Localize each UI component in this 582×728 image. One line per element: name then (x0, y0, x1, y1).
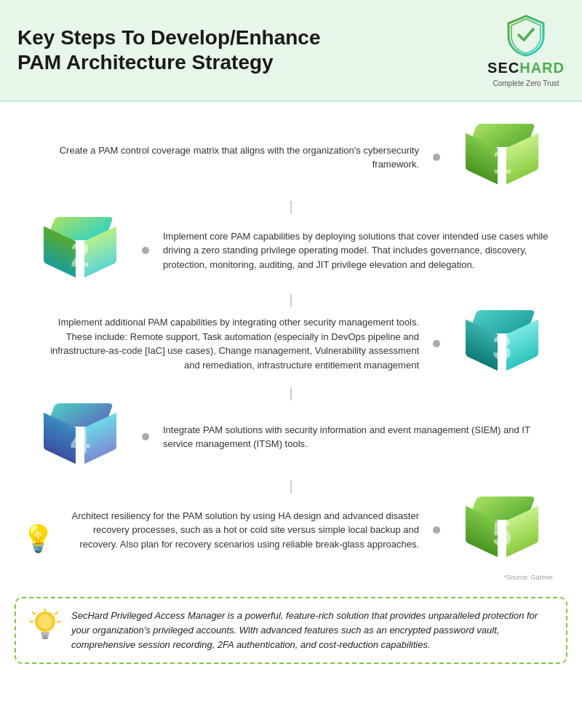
step-row-5: 💡 Architect resiliency for the PAM solut… (22, 494, 560, 566)
svg-rect-2 (41, 632, 49, 635)
dot-1 (433, 154, 440, 161)
step-3-cube: 3 (444, 307, 560, 380)
step-row-3: Implement additional PAM capabilities by… (22, 307, 560, 380)
vline-4 (22, 480, 560, 494)
step-2-text: Implement core PAM capabilities by deplo… (153, 223, 560, 278)
step-row-4: Integrate PAM solutions with security in… (22, 400, 560, 473)
logo-hard: HARD (519, 60, 565, 76)
svg-line-6 (33, 612, 35, 614)
logo-name: SECHARD (487, 60, 565, 76)
connector-3 (429, 340, 444, 347)
step-5-number: 5 (466, 514, 538, 554)
cube-5-inner: 5 (466, 494, 538, 566)
step-2-cube: 2 (22, 214, 138, 287)
logo-sec: SEC (487, 60, 519, 76)
step-1-text: Create a PAM control coverage matrix tha… (22, 138, 429, 178)
dot-5 (433, 526, 440, 534)
step-3-number: 3 (466, 328, 538, 368)
lightbulb-svg (29, 609, 61, 648)
step-2-number: 2 (44, 234, 116, 274)
svg-rect-3 (41, 635, 49, 637)
connector-2 (138, 247, 153, 254)
dot-4 (142, 433, 149, 440)
step-4-number: 4 (44, 421, 116, 461)
steps-container: Create a PAM control coverage matrix tha… (0, 102, 582, 593)
lightbulb-icon (29, 609, 61, 652)
cube-3-inner: 3 (466, 307, 538, 380)
cube-2-inner: 2 (44, 214, 116, 287)
step-3-text: Implement additional PAM capabilities by… (22, 309, 429, 378)
logo-area: SECHARD Complete Zero Trust (487, 13, 565, 87)
step-4-cube: 4 (22, 400, 138, 473)
dot-2 (142, 247, 149, 254)
vline-2 (22, 294, 560, 307)
connector-5 (429, 526, 444, 534)
step-5-text-wrap: 💡 Architect resiliency for the PAM solut… (22, 503, 429, 558)
step-4-text: Integrate PAM solutions with security in… (153, 417, 560, 457)
lightbulb-side-icon: 💡 (22, 523, 55, 557)
connector-1 (429, 154, 444, 161)
svg-line-7 (55, 612, 57, 614)
cube-4-inner: 4 (44, 400, 116, 473)
dot-3 (433, 340, 440, 347)
vline-3 (22, 387, 560, 400)
svg-rect-4 (42, 637, 48, 639)
logo-subtitle: Complete Zero Trust (493, 79, 559, 87)
logo-shield-icon (504, 13, 548, 57)
step-1-cube: 1 (444, 121, 560, 194)
step-row-2: Implement core PAM capabilities by deplo… (22, 214, 560, 287)
svg-point-1 (38, 614, 52, 629)
header: Key Steps To Develop/Enhance PAM Archite… (0, 0, 582, 102)
step-row-1: Create a PAM control coverage matrix tha… (22, 121, 560, 194)
footer-text: SecHard Privileged Access Manager is a p… (71, 609, 553, 652)
step-1-number: 1 (466, 141, 538, 181)
page-title: Key Steps To Develop/Enhance PAM Archite… (17, 25, 338, 74)
step-5-left: 💡 Architect resiliency for the PAM solut… (22, 503, 429, 558)
step-5-cube: 5 (444, 494, 560, 566)
step-5-text: Architect resiliency for the PAM solutio… (60, 503, 429, 558)
source-note: *Source: Gartner (22, 574, 560, 581)
footer: SecHard Privileged Access Manager is a p… (15, 597, 567, 664)
vline-1 (22, 201, 560, 214)
connector-4 (138, 433, 153, 440)
cube-1-inner: 1 (466, 121, 538, 194)
